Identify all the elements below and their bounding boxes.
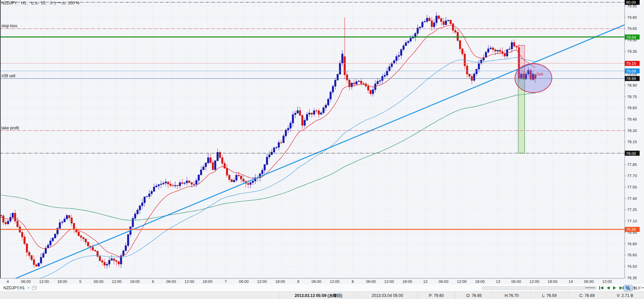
svg-text:12:00: 12:00 — [602, 280, 612, 284]
svg-text:18:00: 18:00 — [130, 280, 140, 284]
svg-text:12:00: 12:00 — [185, 280, 194, 284]
svg-text:77.85: 77.85 — [627, 163, 637, 167]
svg-text:76.80: 76.80 — [627, 242, 637, 246]
svg-text:77.55: 77.55 — [627, 185, 637, 189]
svg-text:78.45: 78.45 — [627, 117, 637, 121]
step-back-button[interactable] — [605, 286, 611, 291]
status-current-datetime: 2013.03.13 05:59 (水曜日) — [279, 292, 357, 299]
stop-loss-label: stop loss — [1, 24, 17, 28]
svg-text:06:00: 06:00 — [94, 280, 104, 284]
svg-text:06:00: 06:00 — [239, 280, 249, 284]
sell-label: Sell — [536, 72, 543, 77]
tab-close-icon[interactable]: × — [27, 286, 30, 290]
svg-text:12: 12 — [423, 280, 428, 284]
svg-text:8: 8 — [352, 280, 354, 284]
order-sell-label: #39 sell — [1, 74, 15, 78]
svg-text:18:00: 18:00 — [58, 280, 67, 284]
svg-text:78.30: 78.30 — [627, 129, 637, 133]
svg-text:12:00: 12:00 — [39, 280, 49, 284]
status-open: O: 76.65 — [455, 292, 493, 299]
autozoom-button[interactable]: 動ズーム — [632, 286, 644, 291]
svg-text:18:00: 18:00 — [203, 280, 213, 284]
svg-text:06:00: 06:00 — [166, 280, 176, 284]
svg-text:78.75: 78.75 — [627, 95, 637, 99]
svg-text:18:00: 18:00 — [403, 280, 412, 284]
svg-text:77.70: 77.70 — [627, 174, 637, 178]
chart-canvas[interactable]: stop loss#39 selltake profitSellNZDJPY、H… — [0, 0, 644, 284]
status-bar: 2013.03.13 05:59 (水曜日) 2013.03.04 05:00 … — [0, 292, 644, 299]
svg-text:18:00: 18:00 — [275, 280, 285, 284]
svg-text:12:00: 12:00 — [384, 280, 394, 284]
svg-text:77.25: 77.25 — [627, 208, 637, 212]
svg-text:12:00: 12:00 — [457, 280, 467, 284]
svg-text:79.35: 79.35 — [627, 49, 637, 53]
svg-text:06:00: 06:00 — [312, 280, 321, 284]
svg-text:76.35: 76.35 — [627, 276, 637, 280]
svg-text:79.54: 79.54 — [626, 35, 636, 39]
svg-text:06:00: 06:00 — [584, 280, 594, 284]
restore-windows-icon[interactable] — [32, 286, 37, 290]
svg-text:77.10: 77.10 — [627, 219, 637, 223]
scrollbar-thumb[interactable] — [585, 287, 595, 288]
svg-text:78.60: 78.60 — [627, 106, 637, 110]
svg-text:12:00: 12:00 — [257, 280, 267, 284]
svg-text:78.99: 78.99 — [626, 77, 636, 81]
svg-text:14: 14 — [569, 280, 573, 284]
svg-text:78.00: 78.00 — [626, 152, 636, 156]
svg-text:78.15: 78.15 — [627, 140, 637, 144]
svg-text:76.50: 76.50 — [627, 264, 637, 268]
svg-text:12:00: 12:00 — [330, 280, 340, 284]
svg-text:13: 13 — [496, 280, 500, 284]
step-forward-button[interactable] — [612, 286, 617, 291]
svg-text:06:00: 06:00 — [512, 280, 521, 284]
autozoom-control: 動ズーム — [624, 285, 644, 291]
svg-text:6: 6 — [152, 280, 154, 284]
chart-nav-buttons — [598, 285, 624, 291]
svg-text:79.09: 79.09 — [626, 69, 636, 73]
svg-text:8: 8 — [297, 280, 299, 284]
status-profit: P: 79.60 — [417, 292, 455, 299]
symbol-info-label: NZDJPY、H1、セル: 15、スケール: 100 % — [1, 1, 79, 5]
svg-text:4: 4 — [7, 280, 9, 284]
svg-text:5: 5 — [79, 280, 81, 284]
svg-text:06:00: 06:00 — [439, 280, 449, 284]
svg-text:78.90: 78.90 — [627, 83, 637, 87]
status-bar-time: 2013.03.04 05:00 — [357, 292, 417, 299]
svg-text:79.65: 79.65 — [627, 27, 637, 31]
go-end-button[interactable] — [618, 286, 624, 291]
status-volume: V: 2.71 B — [606, 292, 644, 299]
tab-nzdjpy-h1[interactable]: NZDJPY,H1 × — [0, 284, 39, 292]
horizontal-scrollbar[interactable] — [482, 286, 597, 290]
tab-label: NZDJPY,H1 — [3, 286, 25, 290]
svg-text:06:00: 06:00 — [366, 280, 376, 284]
svg-text:12:00: 12:00 — [112, 280, 122, 284]
svg-text:80.00: 80.00 — [626, 0, 636, 4]
status-high: H:76.70 — [493, 292, 530, 299]
sell-highlight-ellipse[interactable] — [515, 64, 552, 93]
svg-text:79.80: 79.80 — [627, 15, 637, 19]
status-low: L: 76.59 — [530, 292, 568, 299]
svg-text:79.19: 79.19 — [626, 61, 636, 66]
tile-windows-icon[interactable] — [624, 285, 632, 291]
svg-text:77.40: 77.40 — [627, 197, 637, 201]
svg-text:76.99: 76.99 — [626, 227, 636, 231]
status-close: C: 76.69 — [568, 292, 606, 299]
svg-text:12:00: 12:00 — [530, 280, 539, 284]
svg-text:7: 7 — [225, 280, 227, 284]
take-profit-label: take profit — [1, 126, 19, 130]
svg-text:18:00: 18:00 — [548, 280, 558, 284]
svg-text:06:00: 06:00 — [21, 280, 31, 284]
svg-text:18:00: 18:00 — [475, 280, 485, 284]
terminal-window: stop loss#39 selltake profitSellNZDJPY、H… — [0, 0, 644, 299]
svg-text:76.65: 76.65 — [627, 253, 637, 257]
go-start-button[interactable] — [598, 286, 604, 291]
